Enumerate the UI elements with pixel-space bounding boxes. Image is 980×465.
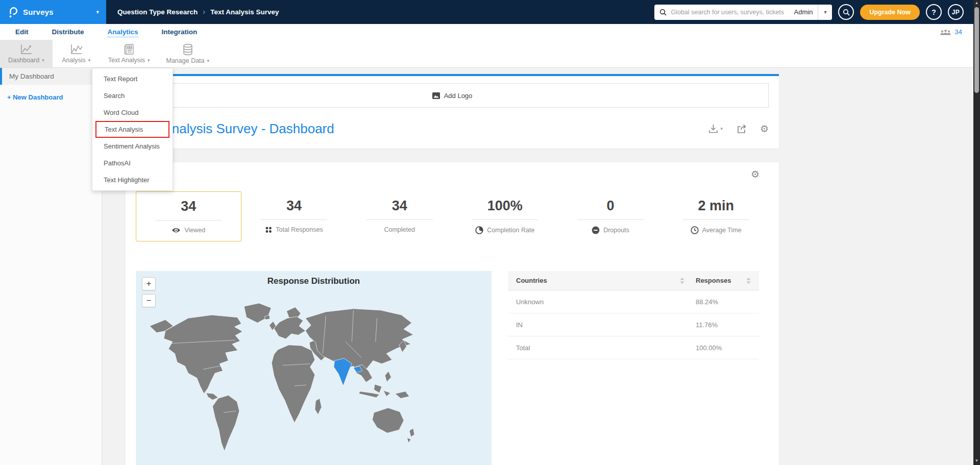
response-distribution-map: Response Distribution + − — [136, 271, 492, 465]
analytics-toolbar: Dashboard▾ Analysis▾ Text Analysis▾ — [0, 40, 973, 68]
upgrade-now-button[interactable]: Upgrade Now — [860, 5, 920, 20]
breadcrumb-separator-icon: › — [203, 7, 205, 16]
country-cell: IN — [516, 321, 696, 329]
global-search-input[interactable] — [667, 9, 794, 16]
stat-label-text: Completion Rate — [487, 227, 534, 234]
product-switcher[interactable]: Surveys ▾ — [0, 0, 106, 24]
search-submit-button[interactable] — [838, 4, 854, 20]
responses-counter[interactable]: 34 — [940, 28, 962, 36]
stat-value: 100% — [487, 198, 523, 214]
breadcrumb: Question Type Research › Text Analysis S… — [117, 8, 279, 16]
map-zoom-in-button[interactable]: + — [142, 277, 156, 290]
toolbar-manage-data-label: Manage Data — [166, 57, 204, 64]
toolbar-text-analysis-button[interactable]: Text Analysis▾ — [100, 40, 158, 67]
chevron-down-icon: ▾ — [88, 58, 91, 63]
stats-settings-gear-icon[interactable]: ⚙ — [751, 169, 760, 179]
sort-icon[interactable] — [680, 278, 684, 284]
stat-total-responses[interactable]: 34 Total Responses — [241, 191, 347, 241]
stat-completed[interactable]: 34 Completed — [347, 191, 452, 241]
product-name: Surveys — [23, 8, 91, 16]
toolbar-dashboard-label: Dashboard — [8, 57, 39, 64]
search-scope-label: Admin — [794, 8, 818, 16]
responses-cell: 88.24% — [696, 298, 751, 306]
menu-item-sentiment-analysis[interactable]: Sentiment Analysis — [92, 138, 173, 155]
image-icon — [432, 92, 440, 99]
tab-integration[interactable]: Integration — [162, 27, 198, 37]
chevron-down-icon: ▾ — [42, 58, 44, 63]
text-analysis-dropdown-menu: Text Report Search Word Cloud Text Analy… — [92, 68, 173, 191]
scrollbar-thumb[interactable] — [974, 7, 979, 93]
stat-value: 34 — [286, 198, 302, 214]
search-icon — [659, 9, 667, 16]
database-icon — [182, 43, 194, 56]
dashboard-chart-icon — [19, 43, 33, 55]
toolbar-manage-data-button[interactable]: Manage Data▾ — [158, 40, 217, 67]
chevron-down-icon: ▾ — [207, 58, 210, 63]
stat-average-time[interactable]: 2 min Average Time — [663, 191, 769, 241]
tab-edit[interactable]: Edit — [15, 27, 29, 37]
countries-header-label: Countries — [516, 277, 547, 284]
stats-row: 34 Viewed 34 — [136, 191, 769, 241]
menu-item-text-analysis[interactable]: Text Analysis — [95, 121, 169, 138]
user-avatar[interactable]: JP — [948, 4, 964, 20]
search-scope-dropdown[interactable]: ▾ — [818, 5, 832, 20]
stat-dropouts[interactable]: 0 Dropouts — [558, 191, 664, 241]
app-window: Surveys ▾ Question Type Research › Text … — [0, 0, 980, 465]
stat-value: 0 — [606, 198, 614, 214]
text-report-icon — [123, 43, 135, 55]
dashboard-header-panel: Add Logo Text Analysis Survey - Dashboar… — [126, 74, 779, 149]
map-title: Response Distribution — [136, 276, 492, 286]
toolbar-analysis-button[interactable]: Analysis▾ — [53, 40, 100, 67]
survey-tabs: Edit Distribute Analytics Integration 34 — [0, 24, 973, 40]
sort-icon[interactable] — [746, 278, 751, 284]
navbar-actions: Admin ▾ Upgrade Now ? JP — [654, 4, 980, 20]
stat-completion-rate[interactable]: 100% Completion Rate — [452, 191, 558, 241]
stat-value: 34 — [392, 198, 407, 214]
menu-item-text-report[interactable]: Text Report — [92, 70, 173, 87]
stat-label-text: Dropouts — [603, 227, 629, 234]
countries-table: Countries Responses — [508, 271, 759, 465]
country-cell: Total — [516, 344, 696, 352]
responses-cell: 100.00% — [696, 344, 751, 352]
top-navbar: Surveys ▾ Question Type Research › Text … — [0, 0, 980, 24]
breadcrumb-folder[interactable]: Question Type Research — [117, 8, 198, 16]
breadcrumb-survey[interactable]: Text Analysis Survey — [210, 8, 279, 16]
dashboard-stats-panel: ⚙ 34 Viewed 34 — [126, 162, 779, 465]
stat-viewed[interactable]: 34 Viewed — [136, 191, 241, 241]
charts-row: Response Distribution + − — [136, 271, 769, 465]
table-row: Total 100.00% — [508, 336, 759, 359]
menu-item-text-highlighter[interactable]: Text Highlighter — [92, 172, 173, 188]
menu-item-pathosai[interactable]: PathosAI — [92, 155, 173, 172]
menu-item-search[interactable]: Search — [92, 87, 173, 104]
questionpro-logo-icon — [8, 6, 18, 18]
page-scrollbar[interactable]: ▲ ▼ — [973, 0, 980, 465]
stat-label-text: Total Responses — [276, 226, 323, 233]
tab-distribute[interactable]: Distribute — [52, 27, 84, 37]
scrollbar-down-arrow[interactable]: ▼ — [973, 458, 980, 464]
chevron-down-icon: ▾ — [148, 58, 150, 63]
tab-analytics[interactable]: Analytics — [108, 27, 138, 37]
stat-value: 34 — [181, 199, 196, 214]
menu-item-word-cloud[interactable]: Word Cloud — [92, 104, 173, 121]
clock-icon — [691, 226, 699, 234]
scrollbar-up-arrow[interactable]: ▲ — [973, 0, 980, 6]
countries-table-header: Countries Responses — [508, 271, 759, 290]
toolbar-dashboard-button[interactable]: Dashboard▾ — [0, 40, 53, 67]
dashboard-sidebar: My Dashboard + New Dashboard — [0, 68, 102, 465]
new-dashboard-link[interactable]: + New Dashboard — [7, 93, 63, 101]
add-logo-area[interactable]: Add Logo — [136, 83, 769, 108]
sidebar-item-my-dashboard[interactable]: My Dashboard — [0, 68, 102, 85]
download-button[interactable]: ▾ — [708, 124, 723, 134]
responses-header-label: Responses — [696, 277, 731, 284]
chevron-down-icon: ▾ — [720, 126, 723, 131]
stat-value: 2 min — [698, 198, 734, 214]
analysis-chart-icon — [69, 43, 83, 55]
map-zoom-out-button[interactable]: − — [142, 294, 156, 307]
dashboard-settings-gear-icon[interactable]: ⚙ — [760, 124, 769, 134]
share-button[interactable] — [736, 124, 747, 134]
grid-dots-icon — [265, 226, 272, 233]
world-map[interactable] — [141, 295, 416, 465]
toolbar-analysis-label: Analysis — [62, 57, 86, 64]
help-button[interactable]: ? — [926, 4, 942, 20]
table-row: IN 11.76% — [508, 313, 759, 336]
